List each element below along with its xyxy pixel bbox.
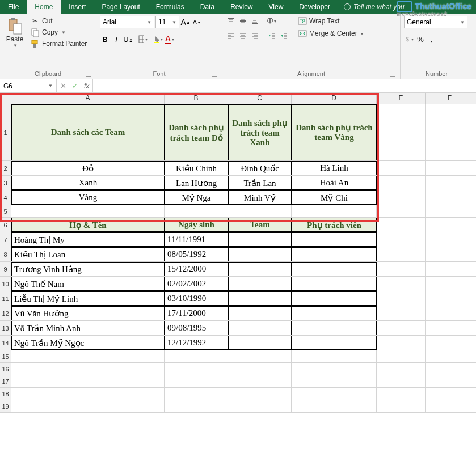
- cell-person-supervisor[interactable]: [292, 247, 377, 261]
- cell[interactable]: [426, 306, 474, 320]
- cell-person-dob[interactable]: 03/10/1990: [165, 291, 228, 306]
- cell-person-team[interactable]: [228, 247, 292, 261]
- cell-team-do[interactable]: Kiều Chinh: [165, 161, 228, 175]
- tab-home[interactable]: Home: [27, 0, 61, 14]
- cell-team-vang-header[interactable]: Danh sách phụ trách team Vàng: [292, 104, 377, 160]
- cell-person-supervisor[interactable]: [292, 336, 377, 350]
- col-header-F[interactable]: F: [426, 93, 474, 104]
- row-header[interactable]: 11: [0, 291, 11, 306]
- cell[interactable]: [426, 388, 474, 400]
- cell-person-name[interactable]: Võ Trần Minh Anh: [11, 321, 165, 335]
- tab-file[interactable]: File: [0, 0, 27, 14]
- cell-person-name[interactable]: Ngô Trần Mỹ Ngọc: [11, 336, 165, 350]
- cell-team-name[interactable]: Xanh: [11, 176, 165, 190]
- cell-team-do[interactable]: Mỹ Nga: [165, 190, 228, 205]
- cell[interactable]: [426, 218, 474, 232]
- tab-data[interactable]: Data: [192, 0, 222, 14]
- cell-team-xanh[interactable]: Minh Vỹ: [228, 190, 292, 205]
- row-header[interactable]: 2: [0, 161, 11, 175]
- cell-person-team[interactable]: [228, 306, 292, 320]
- cell[interactable]: [426, 176, 474, 190]
- cell[interactable]: [292, 363, 377, 375]
- decrease-font-button[interactable]: A▼: [192, 17, 202, 27]
- cell[interactable]: [426, 190, 474, 205]
- cell-person-dob[interactable]: 08/05/1992: [165, 247, 228, 261]
- cell-person-dob[interactable]: 11/11/1991: [165, 232, 228, 247]
- cell[interactable]: [377, 205, 426, 217]
- cell[interactable]: [377, 375, 426, 387]
- tell-me[interactable]: Tell me what you: [344, 0, 405, 14]
- align-top-button[interactable]: [226, 16, 236, 26]
- cell[interactable]: [377, 350, 426, 362]
- cell-team-xanh-header[interactable]: Danh sách phụ trách team Xanh: [228, 104, 292, 160]
- cell[interactable]: [426, 336, 474, 350]
- row-header[interactable]: 14: [0, 336, 11, 350]
- cut-button[interactable]: ✂ Cut: [30, 16, 88, 26]
- cell[interactable]: [426, 400, 474, 412]
- row-header[interactable]: 3: [0, 176, 11, 190]
- cell-person-team[interactable]: [228, 321, 292, 335]
- cell-person-team[interactable]: [228, 262, 292, 276]
- cell[interactable]: [292, 388, 377, 400]
- cell[interactable]: [377, 218, 426, 232]
- decrease-indent-button[interactable]: [267, 31, 277, 41]
- cell-team-vang[interactable]: Hà Linh: [292, 161, 377, 175]
- cell[interactable]: [426, 375, 474, 387]
- col-header-E[interactable]: E: [377, 93, 426, 104]
- cell-team-do[interactable]: Lan Hương: [165, 176, 228, 190]
- cell[interactable]: [165, 388, 228, 400]
- accounting-format-button[interactable]: $▾: [404, 34, 414, 44]
- cell[interactable]: [228, 400, 292, 412]
- cell-person-dob[interactable]: 15/12/2000: [165, 262, 228, 276]
- row-header[interactable]: 8: [0, 247, 11, 261]
- cell[interactable]: [426, 247, 474, 261]
- row-header[interactable]: 15: [0, 350, 11, 362]
- cell[interactable]: [377, 388, 426, 400]
- fill-color-button[interactable]: ▾: [153, 34, 163, 44]
- row-header[interactable]: 4: [0, 190, 11, 205]
- cell-person-dob[interactable]: 12/12/1992: [165, 336, 228, 350]
- italic-button[interactable]: I: [111, 34, 121, 44]
- align-right-button[interactable]: [250, 31, 260, 41]
- select-all-corner[interactable]: [0, 93, 11, 104]
- enter-icon[interactable]: ✓: [72, 82, 78, 90]
- cell-team-xanh[interactable]: Đình Quốc: [228, 161, 292, 175]
- number-format-select[interactable]: General ▼: [404, 16, 467, 28]
- cell-person-dob[interactable]: 17/11/2000: [165, 306, 228, 320]
- copy-button[interactable]: Copy ▼: [30, 27, 88, 37]
- paste-button[interactable]: Paste ▼: [3, 16, 26, 49]
- row-header[interactable]: 5: [0, 205, 11, 217]
- row-header[interactable]: 18: [0, 388, 11, 400]
- cell[interactable]: [165, 350, 228, 362]
- col-header-D[interactable]: D: [292, 93, 377, 104]
- cell[interactable]: [377, 176, 426, 190]
- cell[interactable]: [426, 350, 474, 362]
- format-painter-button[interactable]: Format Painter: [30, 39, 88, 49]
- cell[interactable]: [165, 363, 228, 375]
- cell-name-header[interactable]: Họ & Tên: [11, 218, 165, 232]
- cell-person-supervisor[interactable]: [292, 291, 377, 306]
- cell[interactable]: [377, 190, 426, 205]
- font-size-select[interactable]: 11 ▼: [155, 16, 179, 28]
- cell[interactable]: [426, 262, 474, 276]
- cell[interactable]: [426, 104, 474, 160]
- row-header[interactable]: 17: [0, 375, 11, 387]
- cell[interactable]: [377, 161, 426, 175]
- cell[interactable]: [377, 306, 426, 320]
- row-header[interactable]: 7: [0, 232, 11, 247]
- tab-insert[interactable]: Insert: [61, 0, 94, 14]
- cell[interactable]: [377, 291, 426, 306]
- cell-team-do-header[interactable]: Danh sách phụ trách team Đỏ: [165, 104, 228, 160]
- col-header-A[interactable]: A: [11, 93, 165, 104]
- cancel-icon[interactable]: ✕: [60, 82, 66, 90]
- cell-person-supervisor[interactable]: [292, 262, 377, 276]
- cell[interactable]: [11, 400, 165, 412]
- percent-button[interactable]: %: [415, 34, 426, 44]
- cell[interactable]: [292, 205, 377, 217]
- cell-team-name[interactable]: Đỏ: [11, 161, 165, 175]
- cell[interactable]: [165, 205, 228, 217]
- cell-team-name[interactable]: Vàng: [11, 190, 165, 205]
- increase-font-button[interactable]: A▲: [180, 17, 191, 27]
- cell-person-team[interactable]: [228, 232, 292, 247]
- cell[interactable]: [292, 400, 377, 412]
